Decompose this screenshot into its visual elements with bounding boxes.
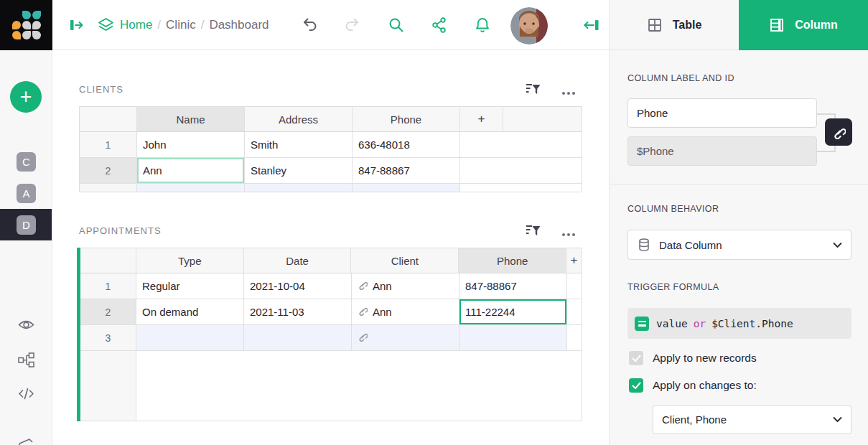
cell-address[interactable]: Stanley: [245, 158, 353, 183]
sidebar-page-clients[interactable]: C: [0, 146, 52, 177]
apply-on-changes-option[interactable]: Apply on changes to:: [629, 378, 757, 393]
chevron-down-icon: [833, 416, 842, 423]
sort-filter-icon[interactable]: [525, 223, 541, 239]
page-badge: D: [17, 215, 36, 235]
feedback-megaphone-icon[interactable]: [17, 436, 35, 445]
cell-type[interactable]: On demand: [136, 299, 244, 324]
breadcrumb-page[interactable]: Dashboard: [209, 18, 269, 32]
checkbox-checked-disabled[interactable]: [629, 351, 643, 365]
column-label-input[interactable]: [627, 98, 817, 128]
search-icon[interactable]: [388, 17, 405, 34]
notifications-bell-icon[interactable]: [474, 17, 491, 34]
new-record-row: 3: [80, 184, 582, 192]
cell-phone[interactable]: [459, 325, 567, 350]
cell-client[interactable]: Ann: [352, 299, 459, 324]
cell-date[interactable]: 2021-10-04: [244, 273, 352, 299]
active-widget-indicator: [77, 248, 80, 421]
formula-keyword: or: [694, 318, 706, 329]
breadcrumb-home-link[interactable]: Home: [120, 18, 152, 32]
cell-phone[interactable]: 847-88867: [459, 273, 567, 299]
add-new-button[interactable]: +: [10, 81, 42, 113]
corner-cell[interactable]: [80, 107, 137, 131]
sort-filter-icon[interactable]: [525, 82, 541, 98]
row-filler: [460, 158, 582, 183]
column-header-type[interactable]: Type: [136, 248, 244, 273]
cell-type[interactable]: Regular: [136, 273, 244, 299]
cell-phone[interactable]: [353, 184, 460, 192]
row-filler: [567, 299, 582, 324]
cell-client[interactable]: Ann: [352, 273, 459, 299]
cell-type[interactable]: [136, 325, 244, 350]
add-column-button[interactable]: +: [566, 248, 582, 273]
widget-menu-icon[interactable]: [561, 228, 577, 233]
sidebar-page-appointments[interactable]: A: [0, 177, 52, 209]
cell-address[interactable]: [245, 184, 353, 192]
cell-phone-cursor[interactable]: 111-22244: [459, 299, 567, 324]
row-number[interactable]: 2: [80, 158, 137, 183]
page-badge: A: [17, 184, 36, 203]
link-icon: [832, 126, 846, 139]
table-row: 1 John Smith 636-48018: [80, 132, 582, 158]
checkbox-label: Apply on changes to:: [653, 379, 757, 392]
column-header-client[interactable]: Client: [351, 248, 459, 273]
changes-columns-select[interactable]: Client, Phone: [653, 405, 851, 434]
widget-title: CLIENTS: [79, 84, 123, 95]
column-header-phone[interactable]: Phone: [353, 107, 460, 131]
app-logo[interactable]: [0, 0, 52, 50]
reference-link-icon: [358, 332, 368, 344]
trigger-formula-field[interactable]: valueor$Client.Phone: [627, 308, 851, 339]
section-divider: [610, 184, 868, 184]
clients-widget: CLIENTS Name Address Phone +: [79, 80, 582, 192]
cell-client[interactable]: [352, 325, 459, 350]
structure-flowchart-icon[interactable]: [17, 351, 35, 369]
corner-cell[interactable]: [80, 248, 136, 273]
cell-date[interactable]: 2021-11-03: [244, 299, 352, 324]
section-heading: TRIGGER FORMULA: [627, 282, 719, 292]
clients-grid: Name Address Phone + 1 John Smith 636-48…: [79, 106, 582, 192]
row-number[interactable]: 2: [80, 299, 136, 324]
cell-name[interactable]: [137, 184, 245, 192]
column-behavior-select[interactable]: Data Column: [627, 230, 851, 260]
cell-phone[interactable]: 847-88867: [353, 158, 460, 183]
row-number[interactable]: 1: [80, 132, 137, 157]
new-record-row: 3: [80, 325, 582, 351]
view-eye-icon[interactable]: [17, 316, 35, 334]
checkbox-label: Apply to new records: [653, 352, 757, 365]
add-column-button[interactable]: +: [460, 107, 503, 131]
breadcrumb-separator: /: [157, 18, 161, 32]
appointments-widget: APPOINTMENTS Type Date Client Phone: [77, 222, 582, 421]
clients-header-row: Name Address Phone +: [80, 107, 582, 132]
pages-layers-icon[interactable]: [96, 16, 116, 35]
code-view-icon[interactable]: [17, 385, 35, 403]
tab-column-selected[interactable]: Column: [739, 0, 868, 50]
sidebar-page-dashboard-selected[interactable]: D: [0, 209, 52, 240]
share-icon[interactable]: [431, 17, 448, 34]
checkbox-checked[interactable]: [629, 378, 643, 393]
grid-filler: [80, 351, 582, 421]
widget-menu-icon[interactable]: [561, 86, 577, 92]
breadcrumb-doc[interactable]: Clinic: [166, 18, 196, 32]
cell-name-cursor[interactable]: Ann: [137, 158, 245, 183]
sync-label-id-button[interactable]: [825, 118, 852, 146]
row-number[interactable]: 3: [80, 184, 137, 192]
column-header-phone[interactable]: Phone: [459, 248, 566, 273]
row-number[interactable]: 1: [80, 273, 136, 299]
apply-new-records-option[interactable]: Apply to new records: [629, 351, 757, 365]
row-filler: [460, 184, 582, 192]
cell-date[interactable]: [244, 325, 352, 350]
behavior-value: Data Column: [659, 239, 722, 251]
column-id-input[interactable]: [627, 136, 817, 166]
row-number[interactable]: 3: [80, 325, 136, 350]
tab-table[interactable]: Table: [610, 0, 739, 50]
cell-address[interactable]: Smith: [245, 132, 353, 157]
column-header-date[interactable]: Date: [244, 248, 352, 273]
cell-phone[interactable]: 636-48018: [353, 132, 460, 157]
open-left-panel-icon[interactable]: [68, 17, 85, 34]
column-header-address[interactable]: Address: [245, 107, 353, 131]
user-avatar[interactable]: [510, 7, 548, 44]
column-header-name[interactable]: Name: [137, 107, 245, 131]
undo-icon[interactable]: [302, 17, 319, 34]
collapse-right-panel-icon[interactable]: [583, 17, 600, 34]
cell-name[interactable]: John: [137, 132, 245, 157]
redo-icon[interactable]: [343, 17, 360, 34]
